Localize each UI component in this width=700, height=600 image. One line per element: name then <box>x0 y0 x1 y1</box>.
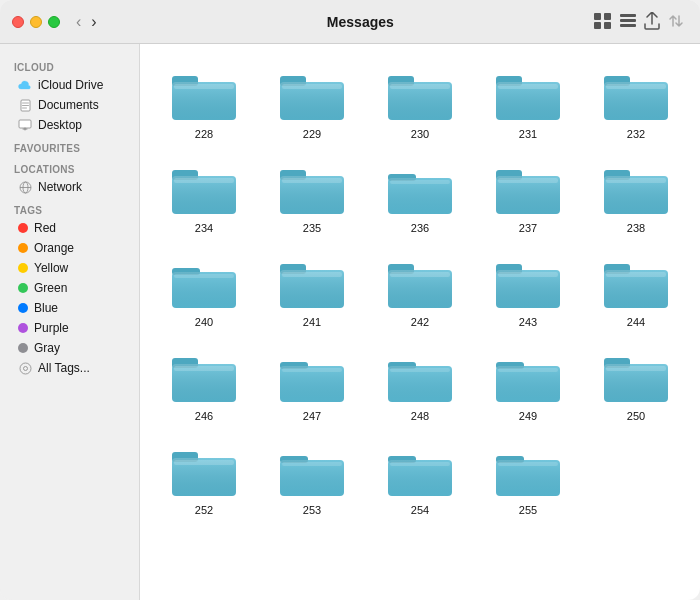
folder-icon <box>276 254 348 312</box>
folder-item[interactable]: 254 <box>368 436 472 522</box>
desktop-label: Desktop <box>38 118 82 132</box>
folder-item[interactable]: 243 <box>476 248 580 334</box>
folder-label: 238 <box>627 222 645 234</box>
action-button[interactable] <box>668 13 684 29</box>
folder-label: 230 <box>411 128 429 140</box>
folder-label: 249 <box>519 410 537 422</box>
folder-item[interactable]: 230 <box>368 60 472 146</box>
svg-rect-81 <box>282 368 342 372</box>
folder-item[interactable]: 235 <box>260 154 364 240</box>
back-button[interactable]: ‹ <box>72 11 85 33</box>
blue-dot <box>18 303 28 313</box>
folder-item[interactable]: 228 <box>152 60 256 146</box>
fullscreen-button[interactable] <box>48 16 60 28</box>
folder-item[interactable]: 255 <box>476 436 580 522</box>
share-button[interactable] <box>644 12 660 30</box>
svg-rect-61 <box>282 272 342 277</box>
folder-item[interactable]: 240 <box>152 248 256 334</box>
folder-item[interactable]: 237 <box>476 154 580 240</box>
folder-item[interactable]: 241 <box>260 248 364 334</box>
folder-item[interactable]: 234 <box>152 154 256 240</box>
title-bar: ‹ › Messages <box>0 0 700 44</box>
tag-label-orange: Orange <box>34 241 74 255</box>
sidebar-item-tag-red[interactable]: Red <box>4 218 135 238</box>
view-options-button[interactable] <box>620 14 636 28</box>
folder-label: 242 <box>411 316 429 328</box>
folder-item[interactable]: 238 <box>584 154 688 240</box>
close-button[interactable] <box>12 16 24 28</box>
forward-button[interactable]: › <box>87 11 100 33</box>
folder-item[interactable]: 232 <box>584 60 688 146</box>
content-area: 228 229 <box>140 44 700 600</box>
folder-icon <box>276 348 348 406</box>
sidebar-item-network[interactable]: Network <box>4 177 135 197</box>
svg-rect-6 <box>620 24 636 27</box>
folder-label: 252 <box>195 504 213 516</box>
folder-label: 232 <box>627 128 645 140</box>
folder-item[interactable]: 247 <box>260 342 364 428</box>
sidebar-item-icloud-drive[interactable]: iCloud Drive <box>4 75 135 95</box>
folder-icon <box>600 254 672 312</box>
svg-rect-29 <box>498 84 558 89</box>
folder-item[interactable]: 249 <box>476 342 580 428</box>
folder-label: 229 <box>303 128 321 140</box>
sidebar-item-documents[interactable]: Documents <box>4 95 135 115</box>
green-dot <box>18 283 28 293</box>
folder-label: 248 <box>411 410 429 422</box>
folder-icon <box>384 254 456 312</box>
cloud-icon <box>18 78 32 92</box>
tag-label-gray: Gray <box>34 341 60 355</box>
folder-item[interactable]: 250 <box>584 342 688 428</box>
folders-grid: 228 229 <box>152 60 688 522</box>
folder-item[interactable]: 242 <box>368 248 472 334</box>
folder-label: 237 <box>519 222 537 234</box>
folder-label: 228 <box>195 128 213 140</box>
sidebar-item-tag-all-tags[interactable]: All Tags... <box>4 358 135 378</box>
red-dot <box>18 223 28 233</box>
sidebar-item-tag-blue[interactable]: Blue <box>4 298 135 318</box>
sidebar-item-tag-orange[interactable]: Orange <box>4 238 135 258</box>
sidebar-item-tag-yellow[interactable]: Yellow <box>4 258 135 278</box>
svg-rect-25 <box>390 84 450 89</box>
folder-item[interactable]: 244 <box>584 248 688 334</box>
folder-icon <box>384 348 456 406</box>
nav-buttons: ‹ › <box>72 11 101 33</box>
folder-icon <box>384 160 456 218</box>
sidebar-item-desktop[interactable]: Desktop <box>4 115 135 135</box>
folder-item[interactable]: 248 <box>368 342 472 428</box>
folder-item[interactable]: 231 <box>476 60 580 146</box>
folder-icon <box>600 160 672 218</box>
view-grid-button[interactable] <box>594 13 612 29</box>
svg-rect-0 <box>594 13 601 20</box>
sidebar-item-tag-purple[interactable]: Purple <box>4 318 135 338</box>
sidebar: iCloud iCloud Drive Documents <box>0 44 140 600</box>
folder-label: 253 <box>303 504 321 516</box>
folder-icon <box>276 66 348 124</box>
folder-label: 234 <box>195 222 213 234</box>
minimize-button[interactable] <box>30 16 42 28</box>
svg-rect-105 <box>390 462 450 466</box>
svg-point-13 <box>23 366 27 370</box>
locations-section-label: Locations <box>0 156 139 177</box>
sidebar-item-tag-green[interactable]: Green <box>4 278 135 298</box>
sidebar-item-tag-gray[interactable]: Gray <box>4 338 135 358</box>
folder-icon <box>492 348 564 406</box>
folder-item[interactable]: 229 <box>260 60 364 146</box>
folder-icon <box>384 442 456 500</box>
main-container: iCloud iCloud Drive Documents <box>0 44 700 600</box>
folder-icon <box>276 160 348 218</box>
folder-item[interactable]: 253 <box>260 436 364 522</box>
svg-rect-17 <box>174 84 234 89</box>
folder-item[interactable]: 236 <box>368 154 472 240</box>
folder-label: 231 <box>519 128 537 140</box>
svg-rect-37 <box>174 178 234 183</box>
svg-rect-65 <box>390 272 450 277</box>
folder-label: 241 <box>303 316 321 328</box>
svg-rect-41 <box>282 178 342 183</box>
icloud-section-label: iCloud <box>0 54 139 75</box>
folder-label: 250 <box>627 410 645 422</box>
folder-item[interactable]: 246 <box>152 342 256 428</box>
folder-label: 247 <box>303 410 321 422</box>
yellow-dot <box>18 263 28 273</box>
folder-item[interactable]: 252 <box>152 436 256 522</box>
